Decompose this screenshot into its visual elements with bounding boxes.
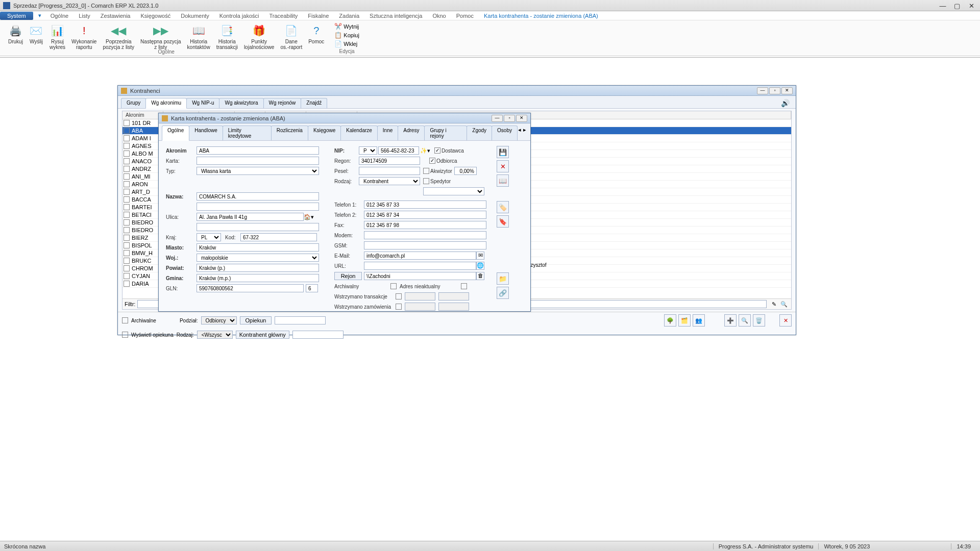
miasto-input[interactable]	[197, 243, 319, 252]
btn-save-icon[interactable]: 💾	[497, 146, 509, 158]
gsm-input[interactable]	[364, 241, 486, 249]
tab-kalendarze[interactable]: Kalendarze	[340, 126, 378, 140]
nazwa-input[interactable]	[197, 192, 319, 201]
filter-edit-icon[interactable]: ✎	[769, 301, 779, 308]
gln-input[interactable]	[197, 284, 304, 292]
row-checkbox[interactable]	[124, 204, 130, 210]
btn-add-icon[interactable]: ➕	[724, 314, 737, 327]
nip-input[interactable]	[378, 146, 419, 155]
regon-input[interactable]	[359, 157, 420, 165]
ribbon-poprzednia[interactable]: ◀◀Poprzednia pozycja z listy	[101, 22, 136, 51]
row-checkbox[interactable]	[124, 143, 130, 149]
modem-input[interactable]	[364, 231, 486, 239]
ribbon-wykonanie[interactable]: !Wykonanie raportu	[69, 22, 99, 51]
menu-fiskalne[interactable]: Fiskalne	[303, 12, 334, 20]
system-dropdown-icon[interactable]: ▾	[38, 12, 41, 19]
tab-handlowe[interactable]: Handlowe	[189, 126, 223, 140]
tab-scroll-right-icon[interactable]: ▸	[522, 126, 527, 140]
filter-run-icon[interactable]: 🔍	[779, 301, 789, 308]
row-checkbox[interactable]	[124, 166, 130, 172]
email-input[interactable]	[364, 252, 476, 260]
tab-adresy[interactable]: Adresy	[398, 126, 425, 140]
kraj-select[interactable]: PL	[197, 233, 221, 241]
ribbon-punkty[interactable]: 🎁Punkty lojalnościowe	[242, 22, 276, 51]
close-button[interactable]: ✕	[968, 2, 975, 9]
tel2-input[interactable]	[364, 211, 486, 219]
typ-select[interactable]: Własna karta	[197, 167, 319, 175]
tab-scroll-left-icon[interactable]: ◂	[517, 126, 522, 140]
karta-close[interactable]: ✕	[516, 115, 527, 122]
btn-tags-icon[interactable]: 🏷️	[497, 201, 509, 213]
powiat-input[interactable]	[197, 264, 319, 272]
btn-flag-icon[interactable]: 🔖	[497, 215, 509, 228]
rejon-input[interactable]	[364, 272, 476, 280]
menu-ai[interactable]: Sztuczna inteligencja	[364, 12, 427, 20]
row-checkbox[interactable]	[124, 151, 130, 157]
tab-ksiegowe[interactable]: Księgowe	[308, 126, 341, 140]
row-checkbox[interactable]	[124, 181, 130, 187]
btn-delete-icon[interactable]: 🗑️	[753, 314, 765, 327]
menu-zadania[interactable]: Zadania	[334, 12, 364, 20]
ribbon-wyslij[interactable]: ✉️Wyślij	[27, 22, 45, 51]
chk-adres-nieakt[interactable]	[461, 283, 467, 289]
menu-ogolne[interactable]: Ogólne	[45, 12, 74, 20]
tab-ogolne[interactable]: Ogólne	[162, 126, 189, 141]
menu-system[interactable]: System	[0, 12, 33, 20]
btn-book-icon[interactable]: 📖	[497, 174, 509, 187]
tab-zgody[interactable]: Zgody	[467, 126, 492, 140]
row-checkbox[interactable]	[124, 242, 130, 248]
url-input[interactable]	[364, 262, 476, 270]
tab-wg-nip[interactable]: Wg NIP-u	[186, 98, 219, 108]
pesel-input[interactable]	[359, 167, 420, 175]
kod-input[interactable]	[240, 233, 317, 241]
row-checkbox[interactable]	[124, 273, 130, 279]
row-checkbox[interactable]	[124, 189, 130, 195]
menu-okno[interactable]: Okno	[427, 12, 451, 20]
chk-odbiorca[interactable]	[429, 158, 435, 164]
fax-input[interactable]	[364, 221, 486, 229]
row-checkbox[interactable]	[124, 128, 130, 134]
row-checkbox[interactable]	[124, 265, 130, 271]
extra-select[interactable]	[423, 187, 484, 195]
tab-osoby[interactable]: Osoby	[492, 126, 518, 140]
ulica-input[interactable]	[197, 213, 304, 221]
row-checkbox[interactable]	[124, 250, 130, 256]
nip-dd-icon[interactable]: ▾	[427, 147, 430, 154]
btn-tree-icon[interactable]: 🌳	[664, 314, 676, 327]
chk-spedytor[interactable]	[423, 178, 429, 184]
row-checkbox[interactable]	[124, 227, 130, 233]
ribbon-historia-k[interactable]: 📖Historia kontaktów	[185, 22, 212, 51]
menu-ksiegowosc[interactable]: Księgowość	[136, 12, 176, 20]
minimize-button[interactable]: —	[939, 2, 946, 9]
btn-search-icon[interactable]: 🔍	[739, 314, 751, 327]
btn-folder-icon[interactable]: 📁	[497, 272, 509, 285]
btn-close-red-icon[interactable]: ✕	[779, 314, 792, 327]
chk-archiwalne[interactable]	[122, 317, 128, 323]
tab-wg-akronimu[interactable]: Wg akronimu	[145, 98, 187, 109]
tab-grupy-rejony[interactable]: Grupy i rejony	[424, 126, 467, 140]
ribbon-nastepna[interactable]: ▶▶Następna pozycja z listy	[138, 22, 183, 51]
ulica-dd-icon[interactable]: ▾	[311, 214, 314, 220]
rodzaj-select[interactable]: Kontrahent	[359, 177, 420, 185]
chk-archiwalny[interactable]	[390, 283, 397, 289]
menu-listy[interactable]: Listy	[74, 12, 95, 20]
menu-pomoc[interactable]: Pomoc	[451, 12, 479, 20]
menu-traceability[interactable]: Traceability	[264, 12, 303, 20]
nazwa2-input[interactable]	[197, 203, 319, 211]
map-icon[interactable]: 🏠	[304, 214, 311, 220]
sel-rodzaj[interactable]: <Wszyscy>	[197, 331, 233, 339]
menu-dokumenty[interactable]: Dokumenty	[176, 12, 214, 20]
btn-card-icon[interactable]: 🗂️	[678, 314, 691, 327]
row-checkbox[interactable]	[124, 135, 130, 141]
menu-zestawienia[interactable]: Zestawienia	[95, 12, 136, 20]
chk-wstrz-zam[interactable]	[396, 304, 402, 310]
chk-wyswietl[interactable]	[122, 332, 128, 338]
speaker-icon[interactable]: 🔊	[778, 98, 793, 108]
tab-wg-rejonow[interactable]: Wg rejonów	[263, 98, 302, 108]
btn-group-icon[interactable]: 👥	[693, 314, 705, 327]
ribbon-wklej[interactable]: 📄Wklej	[332, 40, 361, 48]
menu-kontrola[interactable]: Kontrola jakości	[214, 12, 264, 20]
btn-cancel-icon[interactable]: ✕	[497, 160, 509, 172]
nip-check-icon[interactable]: ✨	[420, 147, 427, 154]
nip-country-select[interactable]: PL	[359, 146, 377, 155]
